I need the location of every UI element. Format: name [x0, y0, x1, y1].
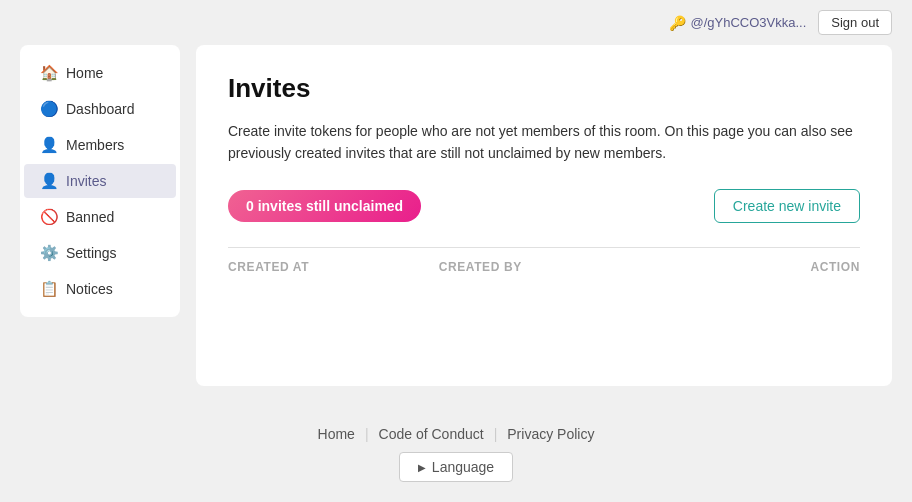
footer-links: Home | Code of Conduct | Privacy Policy	[308, 426, 605, 442]
sidebar-item-dashboard[interactable]: 🔵 Dashboard	[24, 92, 176, 126]
footer-link-home[interactable]: Home	[308, 426, 365, 442]
settings-icon: ⚙️	[40, 244, 58, 262]
invites-bar: 0 invites still unclaimed Create new inv…	[228, 189, 860, 223]
column-action: ACTION	[649, 260, 860, 274]
sidebar-label-banned: Banned	[66, 209, 114, 225]
unclaimed-badge: 0 invites still unclaimed	[228, 190, 421, 222]
banned-icon: 🚫	[40, 208, 58, 226]
main-layout: 🏠 Home 🔵 Dashboard 👤 Members 👤 Invites 🚫…	[0, 45, 912, 406]
dashboard-icon: 🔵	[40, 100, 58, 118]
invites-icon: 👤	[40, 172, 58, 190]
sidebar-label-notices: Notices	[66, 281, 113, 297]
page-description: Create invite tokens for people who are …	[228, 120, 860, 165]
column-created-at: CREATED AT	[228, 260, 439, 274]
language-label: Language	[432, 459, 494, 475]
create-invite-button[interactable]: Create new invite	[714, 189, 860, 223]
sidebar-label-invites: Invites	[66, 173, 106, 189]
language-button[interactable]: ▶ Language	[399, 452, 513, 482]
sidebar-label-members: Members	[66, 137, 124, 153]
footer: Home | Code of Conduct | Privacy Policy …	[0, 406, 912, 502]
table-header: CREATED AT CREATED BY ACTION	[228, 247, 860, 282]
sidebar-item-invites[interactable]: 👤 Invites	[24, 164, 176, 198]
sidebar-item-banned[interactable]: 🚫 Banned	[24, 200, 176, 234]
sidebar: 🏠 Home 🔵 Dashboard 👤 Members 👤 Invites 🚫…	[20, 45, 180, 317]
sidebar-item-home[interactable]: 🏠 Home	[24, 56, 176, 90]
topbar-username: @/gYhCCO3Vkka...	[691, 15, 807, 30]
topbar-user: 🔑 @/gYhCCO3Vkka...	[669, 15, 807, 31]
topbar: 🔑 @/gYhCCO3Vkka... Sign out	[0, 0, 912, 45]
chevron-right-icon: ▶	[418, 462, 426, 473]
home-icon: 🏠	[40, 64, 58, 82]
main-content: Invites Create invite tokens for people …	[196, 45, 892, 386]
sidebar-label-settings: Settings	[66, 245, 117, 261]
members-icon: 👤	[40, 136, 58, 154]
sidebar-label-home: Home	[66, 65, 103, 81]
column-created-by: CREATED BY	[439, 260, 650, 274]
user-icon: 🔑	[669, 15, 686, 31]
page-title: Invites	[228, 73, 860, 104]
footer-link-conduct[interactable]: Code of Conduct	[369, 426, 494, 442]
notices-icon: 📋	[40, 280, 58, 298]
footer-link-privacy[interactable]: Privacy Policy	[497, 426, 604, 442]
sidebar-item-notices[interactable]: 📋 Notices	[24, 272, 176, 306]
sidebar-label-dashboard: Dashboard	[66, 101, 135, 117]
sidebar-item-members[interactable]: 👤 Members	[24, 128, 176, 162]
sidebar-item-settings[interactable]: ⚙️ Settings	[24, 236, 176, 270]
signout-button[interactable]: Sign out	[818, 10, 892, 35]
